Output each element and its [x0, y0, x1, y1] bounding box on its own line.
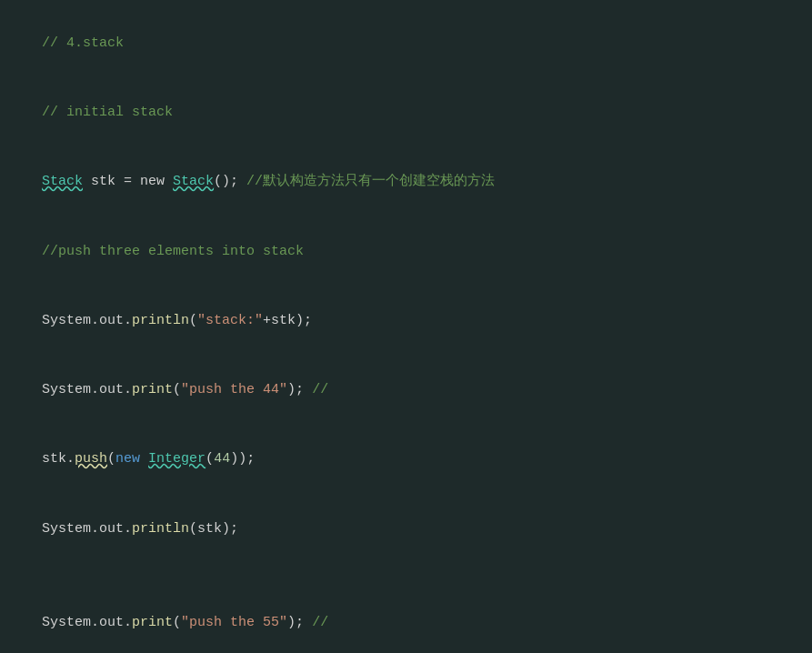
code-line-7: stk.push(new Integer(44)); — [9, 426, 812, 495]
code-line-6: System.out.print("push the 44"); // — [9, 356, 812, 425]
code-line-4: //push three elements into stack — [9, 217, 812, 286]
keyword-new-1: new — [115, 451, 140, 467]
code-line-10: System.out.print("push the 55"); // — [9, 588, 812, 653]
code-line-8: System.out.println(stk); — [9, 495, 812, 564]
code-line-1: // 4.stack — [9, 9, 812, 78]
code-line-2: // initial stack — [9, 78, 812, 147]
method-println-2: println — [132, 521, 189, 537]
class-stack-1: Stack — [42, 174, 83, 189]
code-line-3: Stack stk = new Stack(); //默认构造方法只有一个创建空… — [9, 148, 812, 217]
method-println-1: println — [132, 313, 189, 328]
class-stack-2: Stack — [173, 174, 214, 189]
class-integer-1: Integer — [148, 451, 206, 467]
comment-2: // initial stack — [42, 105, 173, 120]
comment-3: //默认构造方法只有一个创建空栈的方法 — [246, 174, 495, 189]
method-print-2: print — [132, 615, 173, 630]
string-1: "stack:" — [197, 313, 263, 328]
code-line-5: System.out.println("stack:"+stk); — [9, 286, 812, 356]
string-2: "push the 44" — [181, 382, 287, 397]
method-print-1: print — [132, 382, 173, 397]
string-3: "push the 55" — [181, 615, 287, 630]
code-block: // 4.stack // initial stack Stack stk = … — [0, 0, 812, 653]
method-push-1: push — [75, 451, 107, 467]
number-44: 44 — [214, 451, 230, 467]
comment-6: // — [312, 615, 328, 630]
comment-5: // — [312, 382, 328, 397]
comment-1: // 4.stack — [42, 35, 124, 51]
comment-4: //push three elements into stack — [42, 244, 304, 259]
code-line-empty-1 — [9, 564, 812, 588]
